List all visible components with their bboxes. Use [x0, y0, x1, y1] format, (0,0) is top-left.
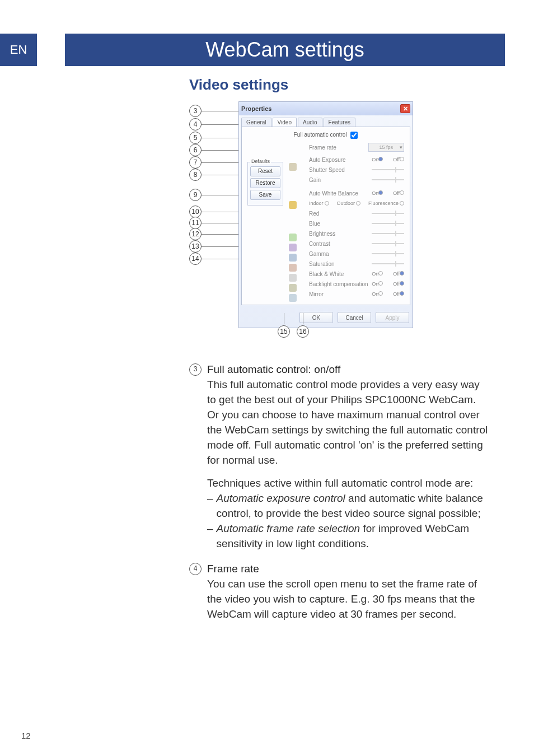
callout-4: 4 [189, 118, 202, 130]
page-number: 12 [21, 731, 31, 740]
shutter-slider[interactable] [372, 169, 404, 170]
outdoor-label: Outdoor [337, 200, 355, 206]
cancel-button[interactable]: Cancel [338, 312, 371, 323]
close-icon[interactable]: ✕ [400, 104, 410, 113]
callout-8: 8 [189, 169, 202, 181]
row-autoexposure: Auto Exposure [309, 157, 372, 163]
autoexposure-on-radio[interactable] [378, 157, 383, 161]
dialog-title: Properties [241, 105, 271, 112]
item4-marker: 4 [189, 563, 202, 575]
mr-off-l: Off [393, 291, 400, 297]
bl-on-l: On [372, 281, 378, 287]
saturation-icon [289, 264, 297, 272]
language-badge: EN [0, 34, 37, 66]
fluorescence-radio[interactable] [400, 201, 404, 206]
framerate-dropdown[interactable]: 15 fps [368, 143, 404, 152]
apply-button[interactable]: Apply [376, 312, 409, 323]
autoexposure-off-radio[interactable] [400, 157, 404, 161]
full-auto-checkbox[interactable] [350, 132, 358, 139]
item3-p1: This full automatic control mode provide… [207, 377, 488, 408]
callout-12: 12 [189, 228, 202, 240]
row-shutter: Shutter Speed [309, 167, 372, 173]
gamma-icon [289, 254, 297, 262]
row-saturation: Saturation [309, 261, 372, 267]
outdoor-radio[interactable] [356, 201, 360, 206]
row-contrast: Contrast [309, 241, 372, 247]
row-red: Red [309, 211, 372, 217]
defaults-legend: Defaults [250, 158, 271, 164]
save-button[interactable]: Save [250, 190, 280, 200]
callout-9: 9 [189, 189, 202, 201]
exposure-icon [289, 201, 297, 209]
item3-p3: Techniques active within full automatic … [207, 476, 488, 491]
page-title: WebCam settings [65, 34, 505, 66]
tab-audio[interactable]: Audio [298, 118, 322, 127]
on-label-wb: On [372, 190, 378, 196]
callout-15: 15 [278, 325, 290, 338]
callout-6: 6 [189, 144, 202, 156]
mr-on-radio[interactable] [378, 291, 383, 296]
row-brightness: Brightness [309, 231, 372, 237]
off-label-wb: Off [393, 190, 400, 196]
callout-14: 14 [189, 253, 202, 265]
indoor-radio[interactable] [325, 201, 329, 206]
bl-on-radio[interactable] [378, 281, 383, 286]
item3-marker: 3 [189, 363, 202, 376]
item4-title: Frame rate [207, 562, 488, 577]
indoor-label: Indoor [309, 200, 324, 206]
bw-on-radio[interactable] [378, 271, 383, 276]
callout-11: 11 [189, 217, 202, 229]
full-auto-label: Full automatic control [294, 132, 347, 138]
tab-features[interactable]: Features [324, 118, 355, 127]
bw-off-l: Off [393, 271, 400, 277]
row-gain: Gain [309, 177, 372, 183]
row-backlight: Backlight compensation [309, 281, 372, 287]
mirror-icon [289, 294, 297, 302]
contrast-slider[interactable] [372, 243, 404, 244]
blue-slider[interactable] [372, 223, 404, 224]
framerate-icon [289, 163, 297, 171]
callout-5: 5 [189, 132, 202, 144]
row-framerate: Frame rate [309, 144, 368, 151]
item3-b2a: Automatic frame rate selection [217, 522, 360, 534]
bw-off-radio[interactable] [400, 271, 404, 276]
callout-10: 10 [189, 206, 202, 218]
brightness-slider[interactable] [372, 233, 404, 234]
row-blue: Blue [309, 221, 372, 227]
tab-general[interactable]: General [241, 118, 271, 127]
row-autowb: Auto White Balance [309, 190, 372, 197]
mr-on-l: On [372, 291, 378, 297]
contrast-icon [289, 244, 297, 251]
callout-7: 7 [189, 156, 202, 169]
row-gamma: Gamma [309, 251, 372, 257]
restore-button[interactable]: Restore [250, 178, 280, 188]
item3-b1a: Automatic exposure control [217, 492, 345, 504]
bw-icon [289, 274, 297, 282]
properties-dialog: Properties ✕ General Video Audio Feature… [238, 101, 413, 328]
bw-on-l: On [372, 271, 378, 277]
fluorescence-label: Fluorescence [368, 200, 399, 206]
gamma-slider[interactable] [372, 253, 404, 254]
backlight-icon [289, 284, 297, 292]
bl-off-radio[interactable] [400, 281, 404, 286]
awb-on-radio[interactable] [378, 190, 383, 195]
on-label: On [372, 157, 378, 162]
properties-figure: 3 4 5 6 7 8 9 10 11 12 13 14 Properties … [189, 101, 488, 348]
brightness-icon [289, 234, 297, 241]
saturation-slider[interactable] [372, 263, 404, 264]
row-bw: Black & White [309, 271, 372, 277]
gain-slider[interactable] [372, 179, 404, 180]
callout-16: 16 [297, 325, 309, 338]
item3-title: Full automatic control: on/off [207, 362, 488, 377]
awb-off-radio[interactable] [400, 190, 404, 195]
tab-video[interactable]: Video [273, 118, 297, 127]
mr-off-radio[interactable] [400, 291, 404, 296]
red-slider[interactable] [372, 213, 404, 214]
item4-p1: You can use the scroll open menu to set … [207, 577, 488, 622]
off-label: Off [393, 157, 400, 162]
item3-p2: Or you can choose to have maximum manual… [207, 408, 488, 468]
reset-button[interactable]: Reset [250, 166, 280, 176]
section-subtitle: Video settings [189, 76, 488, 94]
callout-13: 13 [189, 240, 202, 253]
defaults-group: Defaults Reset Restore Save [247, 162, 283, 206]
